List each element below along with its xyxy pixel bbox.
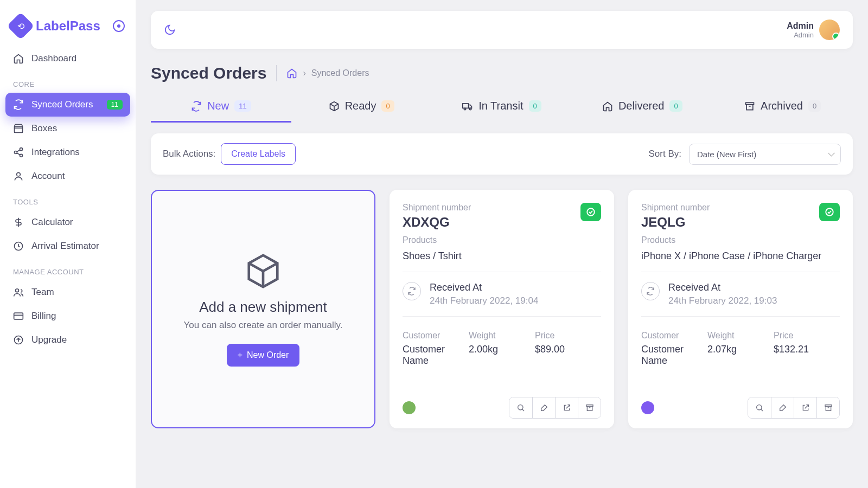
weight-value: 2.07kg (707, 344, 774, 355)
customer-label: Customer (641, 331, 707, 341)
woocommerce-icon (641, 401, 654, 414)
order-card: Shipment number XDXQG Products Shoes / T… (390, 190, 614, 428)
shipment-number: JEQLG (641, 215, 710, 230)
actions-bar: Bulk Actions: Create Labels Sort By: Dat… (151, 133, 853, 175)
received-date: 24th February 2022, 19:04 (430, 296, 538, 306)
tab-label: Archived (761, 100, 803, 112)
tab-transit[interactable]: In Transit 0 (432, 92, 572, 123)
nav-label: Dashboard (31, 53, 76, 64)
nav-account[interactable]: Account (5, 164, 130, 188)
tab-new[interactable]: New 11 (151, 92, 291, 123)
view-button[interactable] (748, 397, 771, 418)
new-order-button[interactable]: + New Order (227, 344, 300, 367)
target-icon[interactable] (113, 20, 125, 32)
card-actions (748, 397, 840, 419)
create-labels-button[interactable]: Create Labels (221, 143, 296, 165)
edit-button[interactable] (532, 397, 555, 418)
divider (641, 272, 840, 272)
box-icon (13, 123, 24, 134)
svg-rect-12 (746, 102, 754, 104)
svg-rect-7 (14, 313, 23, 319)
check-icon (586, 207, 596, 217)
nav-integrations[interactable]: Integrations (5, 140, 130, 164)
svg-point-3 (20, 154, 23, 157)
chevron-right-icon: › (303, 68, 305, 78)
sync-icon (191, 101, 202, 112)
tab-label: In Transit (478, 100, 523, 112)
home-icon[interactable] (286, 68, 297, 79)
tab-archived[interactable]: Archived 0 (712, 92, 853, 123)
tab-count: 11 (234, 100, 251, 112)
logo[interactable]: ⟲ LabelPass (5, 11, 130, 47)
customer-label: Customer (403, 331, 469, 341)
user-menu[interactable]: Admin Admin (787, 20, 840, 40)
open-button[interactable] (794, 397, 816, 418)
nav-synced-orders[interactable]: Synced Orders 11 (5, 93, 130, 117)
nav-calculator[interactable]: Calculator (5, 210, 130, 234)
customer-value: Customer Name (403, 344, 469, 367)
synced-count-badge: 11 (107, 100, 123, 110)
plus-icon: + (238, 350, 242, 360)
sidebar: ⟲ LabelPass Dashboard CORE Synced Orders… (0, 0, 136, 488)
svg-rect-9 (463, 104, 469, 108)
weight-label: Weight (707, 331, 774, 341)
sync-icon (13, 99, 24, 110)
nav-boxes[interactable]: Boxes (5, 117, 130, 140)
orders-grid: Add a new shipment You can also create a… (151, 190, 853, 428)
svg-rect-0 (15, 126, 23, 133)
nav-team[interactable]: Team (5, 280, 130, 304)
view-button[interactable] (509, 397, 532, 418)
tab-delivered[interactable]: Delivered 0 (572, 92, 712, 123)
weight-value: 2.00kg (469, 344, 535, 355)
archive-icon (744, 101, 755, 112)
user-name: Admin (787, 21, 814, 31)
open-button[interactable] (555, 397, 578, 418)
button-label: New Order (247, 350, 289, 360)
status-badge[interactable] (580, 203, 601, 221)
status-badge[interactable] (819, 203, 840, 221)
products: iPhone X / iPhone Case / iPhone Charger (641, 251, 840, 262)
theme-toggle-icon[interactable] (164, 24, 176, 36)
shipment-label: Shipment number (641, 203, 710, 213)
price-label: Price (535, 331, 601, 341)
svg-point-6 (16, 289, 19, 292)
nav-label: Arrival Estimator (31, 241, 99, 252)
svg-point-1 (20, 148, 23, 151)
price-value: $132.21 (774, 344, 840, 355)
tab-label: Delivered (618, 100, 664, 112)
breadcrumb-current: Synced Orders (311, 68, 369, 78)
tab-ready[interactable]: Ready 0 (291, 92, 432, 123)
nav-label: Billing (31, 311, 56, 322)
section-tools: TOOLS (5, 188, 130, 210)
divider (276, 65, 277, 81)
package-icon (244, 252, 282, 290)
topbar: Admin Admin (151, 11, 853, 49)
tabs: New 11 Ready 0 In Transit 0 Delivered 0 … (151, 92, 853, 123)
breadcrumb: › Synced Orders (286, 68, 369, 79)
clock-icon (13, 241, 24, 252)
sort-value: Date (New First) (697, 150, 756, 159)
nav-label: Team (31, 287, 54, 298)
archive-button[interactable] (816, 397, 839, 418)
sort-select[interactable]: Date (New First) (689, 144, 841, 165)
section-core: CORE (5, 70, 130, 93)
nav-estimator[interactable]: Arrival Estimator (5, 234, 130, 258)
brand-name: LabelPass (36, 18, 100, 34)
avatar[interactable] (819, 20, 840, 40)
tab-label: New (207, 100, 229, 112)
received-date: 24th February 2022, 19:03 (668, 296, 777, 306)
price-label: Price (774, 331, 840, 341)
nav-label: Boxes (31, 123, 57, 134)
nav-label: Upgrade (31, 335, 67, 345)
nav-dashboard[interactable]: Dashboard (5, 47, 130, 70)
edit-button[interactable] (771, 397, 794, 418)
new-card-title: Add a new shipment (199, 299, 327, 316)
tab-count: 0 (529, 100, 541, 112)
tab-count: 0 (669, 100, 682, 112)
archive-button[interactable] (578, 397, 601, 418)
nav-upgrade[interactable]: Upgrade (5, 328, 130, 352)
dollar-icon (13, 217, 24, 228)
tab-label: Ready (345, 100, 376, 112)
nav-billing[interactable]: Billing (5, 304, 130, 328)
tab-count: 0 (381, 100, 394, 112)
